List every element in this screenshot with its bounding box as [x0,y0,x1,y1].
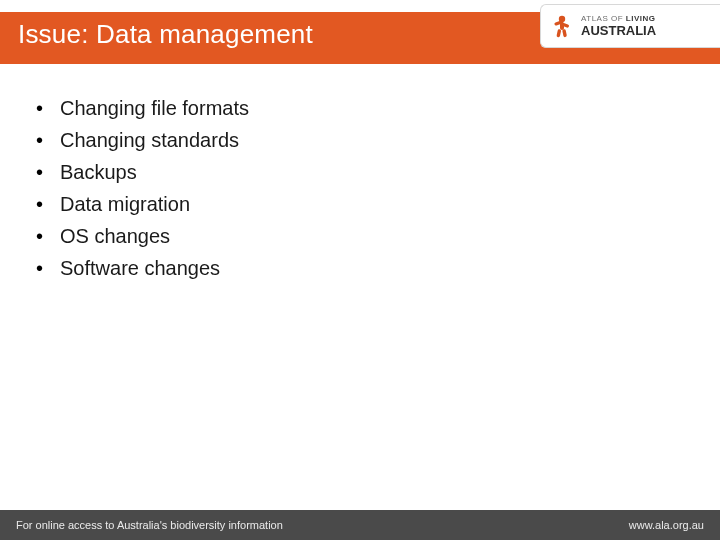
brand-line1: ATLAS OF LIVING [581,15,656,23]
bullet-list: Changing file formats Changing standards… [30,95,670,282]
brand-line2-bold: AUSTRALIA [581,23,656,38]
footer-tagline: For online access to Australia's biodive… [16,519,283,531]
list-item: Data migration [30,191,670,218]
list-item: Changing standards [30,127,670,154]
footer-bar: For online access to Australia's biodive… [0,510,720,540]
list-item: Changing file formats [30,95,670,122]
brand-text: ATLAS OF LIVING AUSTRALIA [581,15,656,37]
slide-title: Issue: Data management [18,19,313,50]
brand-line2: AUSTRALIA [581,24,656,37]
svg-rect-5 [562,29,567,38]
list-item: Backups [30,159,670,186]
list-item: Software changes [30,255,670,282]
brand-logo: ATLAS OF LIVING AUSTRALIA [540,4,720,48]
brand-line1-b: LIVING [626,14,656,23]
brand-line1-a: ATLAS OF [581,14,623,23]
atlas-figure-icon [549,13,575,39]
svg-rect-4 [556,29,561,38]
slide: Issue: Data management ATLAS OF LIVING A… [0,0,720,540]
footer-url: www.ala.org.au [629,519,704,531]
list-item: OS changes [30,223,670,250]
content-area: Changing file formats Changing standards… [30,95,670,287]
